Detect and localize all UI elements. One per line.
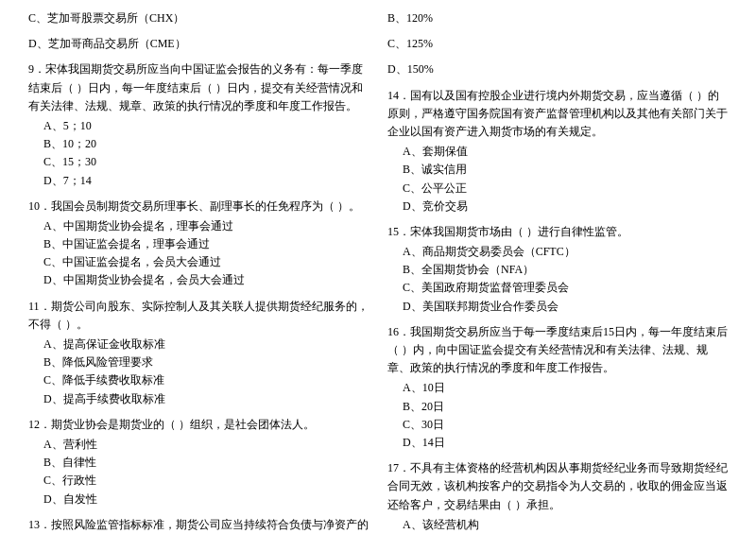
q9-option-d: D、7；14	[28, 172, 369, 190]
q9-option-b: B、10；20	[28, 135, 369, 153]
q11-option-a: A、提高保证金收取标准	[28, 336, 369, 353]
q11-option-d: D、提高手续费收取标准	[28, 390, 369, 408]
q10-option-c: C、中国证监会提名，会员大会通过	[28, 253, 369, 271]
question-16-text: 16．我国期货交易所应当于每一季度结束后15日内，每一年度结束后（ ）内，向中国…	[387, 323, 728, 378]
question-15: 15．宋体我国期货市场由（ ）进行自律性监管。 A、商品期货交易委员会（CFTC…	[387, 223, 728, 316]
question-16: 16．我国期货交易所应当于每一季度结束后15日内，每一年度结束后（ ）内，向中国…	[387, 323, 728, 452]
q14-option-d: D、竞价交易	[387, 198, 728, 215]
right-item-120: B、120%	[387, 9, 728, 27]
q15-option-c: C、美国政府期货监督管理委员会	[387, 279, 728, 297]
q16-option-c: C、30日	[387, 416, 728, 434]
question-17: 17．不具有主体资格的经营机构因从事期货经纪业务而导致期货经纪合同无效，该机构按…	[387, 459, 728, 534]
right-item-125-text: C、125%	[387, 35, 728, 53]
q12-option-c: C、行政性	[28, 472, 369, 490]
q16-option-a: A、10日	[387, 379, 728, 397]
question-14-text: 14．国有以及国有控股企业进行境内外期货交易，应当遵循（ ）的原则，严格遵守国务…	[387, 87, 728, 142]
question-12: 12．期货业协会是期货业的（ ）组织，是社会团体法人。 A、营利性 B、自律性 …	[28, 416, 369, 508]
q15-option-a: A、商品期货交易委员会（CFTC）	[387, 243, 728, 261]
q14-option-a: A、套期保值	[387, 143, 728, 161]
q11-option-b: B、降低风险管理要求	[28, 353, 369, 371]
q10-option-b: B、中国证监会提名，理事会通过	[28, 235, 369, 253]
q12-option-b: B、自律性	[28, 454, 369, 472]
q9-option-c: C、15；30	[28, 153, 369, 171]
right-item-125: C、125%	[387, 35, 728, 53]
q14-option-c: C、公平公正	[387, 180, 728, 198]
q16-option-b: B、20日	[387, 398, 728, 416]
q9-option-a: A、5；10	[28, 117, 369, 135]
right-item-150-text: D、150%	[387, 60, 728, 78]
question-13-text: 13．按照风险监管指标标准，期货公司应当持续符合负债与净资产的比例不得高于（ ）…	[28, 516, 369, 534]
q16-option-d: D、14日	[387, 434, 728, 452]
q10-option-d: D、中国期货业协会提名，会员大会通过	[28, 271, 369, 289]
question-10: 10．我国会员制期货交易所理事长、副理事长的任免程序为（ ）。 A、中国期货业协…	[28, 198, 369, 290]
q15-option-b: B、全国期货协会（NFA）	[387, 261, 728, 279]
right-item-150: D、150%	[387, 60, 728, 78]
question-12-text: 12．期货业协会是期货业的（ ）组织，是社会团体法人。	[28, 416, 369, 434]
right-item-120-text: B、120%	[387, 9, 728, 27]
right-column: B、120% C、125% D、150% 14．国有以及国有控股企业进行境内外期…	[387, 9, 728, 534]
q12-option-d: D、自发性	[28, 491, 369, 508]
q11-option-c: C、降低手续费收取标准	[28, 371, 369, 389]
q12-option-a: A、营利性	[28, 436, 369, 454]
question-10-text: 10．我国会员制期货交易所理事长、副理事长的任免程序为（ ）。	[28, 198, 369, 215]
left-item-chx: C、芝加哥股票交易所（CHX）	[28, 9, 369, 27]
question-9-text: 9．宋体我国期货交易所应当向中国证监会报告的义务有：每一季度结束后（ ）日内，每…	[28, 60, 369, 115]
two-column-layout: C、芝加哥股票交易所（CHX） D、芝加哥商品交易所（CME） 9．宋体我国期货…	[28, 9, 728, 534]
question-13: 13．按照风险监管指标标准，期货公司应当持续符合负债与净资产的比例不得高于（ ）…	[28, 516, 369, 534]
question-14: 14．国有以及国有控股企业进行境内外期货交易，应当遵循（ ）的原则，严格遵守国务…	[387, 87, 728, 215]
question-11-text: 11．期货公司向股东、实际控制人及其关联人提供期货经纪服务的，不得（ ）。	[28, 298, 369, 334]
question-9: 9．宋体我国期货交易所应当向中国证监会报告的义务有：每一季度结束后（ ）日内，每…	[28, 60, 369, 189]
question-15-text: 15．宋体我国期货市场由（ ）进行自律性监管。	[387, 223, 728, 241]
q14-option-b: B、诚实信用	[387, 161, 728, 179]
left-item-cme: D、芝加哥商品交易所（CME）	[28, 35, 369, 53]
q17-option-a: A、该经营机构	[387, 516, 728, 534]
question-17-text: 17．不具有主体资格的经营机构因从事期货经纪业务而导致期货经纪合同无效，该机构按…	[387, 459, 728, 514]
q15-option-d: D、美国联邦期货业合作委员会	[387, 298, 728, 316]
left-item-chx-text: C、芝加哥股票交易所（CHX）	[28, 9, 369, 27]
left-column: C、芝加哥股票交易所（CHX） D、芝加哥商品交易所（CME） 9．宋体我国期货…	[28, 9, 369, 534]
q10-option-a: A、中国期货业协会提名，理事会通过	[28, 217, 369, 235]
left-item-cme-text: D、芝加哥商品交易所（CME）	[28, 35, 369, 53]
question-11: 11．期货公司向股东、实际控制人及其关联人提供期货经纪服务的，不得（ ）。 A、…	[28, 298, 369, 408]
page-container: C、芝加哥股票交易所（CHX） D、芝加哥商品交易所（CME） 9．宋体我国期货…	[0, 0, 756, 534]
